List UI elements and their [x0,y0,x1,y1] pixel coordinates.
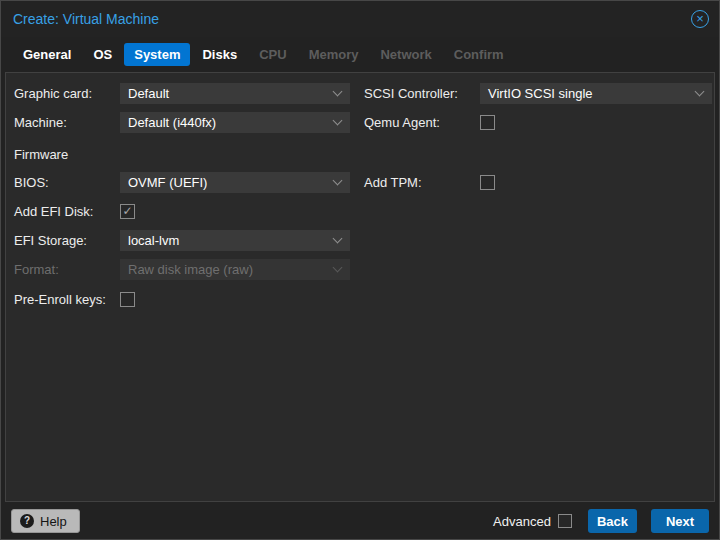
add-tpm-checkbox[interactable] [480,175,495,190]
help-button-label: Help [40,514,67,529]
format-value: Raw disk image (raw) [120,259,350,280]
tab-network: Network [370,43,441,66]
scsi-controller-label: SCSI Controller: [364,83,458,104]
graphic-card-value: Default [120,83,350,104]
graphic-card-label: Graphic card: [14,83,92,104]
tab-confirm: Confirm [444,43,514,66]
dialog-footer: ? Help Advanced Back Next [1,503,719,539]
wizard-tabbar: General OS System Disks CPU Memory Netwo… [1,37,719,72]
machine-value: Default (i440fx) [120,112,350,133]
advanced-checkbox[interactable] [558,514,572,528]
format-label: Format: [14,259,59,280]
tab-system[interactable]: System [124,43,190,66]
close-icon[interactable]: × [691,10,709,28]
qemu-agent-label: Qemu Agent: [364,112,440,133]
footer-actions: Advanced Back Next [493,509,709,533]
help-button[interactable]: ? Help [11,509,80,533]
system-form-panel: Graphic card: Default Machine: Default (… [5,72,715,502]
tab-memory: Memory [299,43,369,66]
back-button[interactable]: Back [588,509,637,533]
scsi-controller-select[interactable]: VirtIO SCSI single [480,83,712,104]
tab-general[interactable]: General [13,43,81,66]
create-vm-dialog: Create: Virtual Machine × General OS Sys… [0,0,720,540]
efi-storage-select[interactable]: local-lvm [120,230,350,251]
tab-cpu: CPU [249,43,296,66]
graphic-card-select[interactable]: Default [120,83,350,104]
add-tpm-label: Add TPM: [364,172,422,193]
efi-storage-label: EFI Storage: [14,230,87,251]
qemu-agent-checkbox[interactable] [480,115,495,130]
bios-select[interactable]: OVMF (UEFI) [120,172,350,193]
dialog-titlebar: Create: Virtual Machine × [1,1,719,37]
next-button[interactable]: Next [651,509,709,533]
dialog-title: Create: Virtual Machine [13,1,159,37]
bios-value: OVMF (UEFI) [120,172,350,193]
bios-label: BIOS: [14,172,49,193]
format-select: Raw disk image (raw) [120,259,350,280]
machine-select[interactable]: Default (i440fx) [120,112,350,133]
scsi-controller-value: VirtIO SCSI single [480,83,712,104]
firmware-section-heading: Firmware [14,144,68,165]
advanced-label: Advanced [493,514,551,529]
help-icon: ? [20,514,34,528]
tab-disks[interactable]: Disks [192,43,247,66]
tab-os[interactable]: OS [83,43,122,66]
add-efi-disk-checkbox[interactable]: ✓ [120,204,135,219]
pre-enroll-keys-label: Pre-Enroll keys: [14,289,106,310]
efi-storage-value: local-lvm [120,230,350,251]
machine-label: Machine: [14,112,67,133]
pre-enroll-keys-checkbox[interactable] [120,292,135,307]
add-efi-disk-label: Add EFI Disk: [14,201,93,222]
